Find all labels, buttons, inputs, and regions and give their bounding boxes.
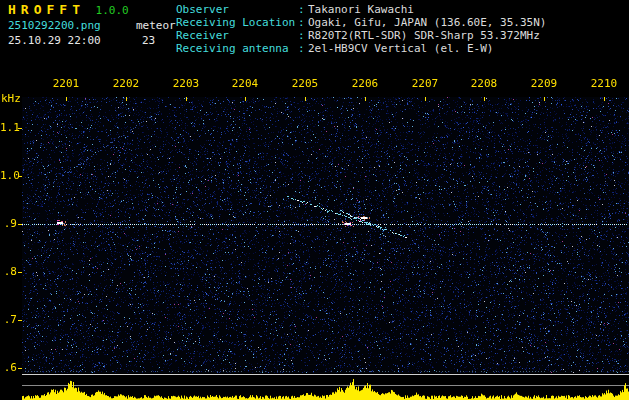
x-tick-label: 2209: [524, 77, 564, 90]
x-tick-label: 2201: [46, 77, 86, 90]
x-tick-label: 2206: [345, 77, 385, 90]
info-row-antenna: Receiving antenna : 2el-HB9CV Vertical (…: [176, 42, 546, 55]
x-tick-label: 2205: [285, 77, 325, 90]
y-tick-label: .8: [0, 265, 17, 278]
app-version: 1.0.0: [96, 4, 129, 17]
meteor-count: 23: [142, 34, 155, 47]
y-tick-label: .6: [0, 361, 17, 374]
info-colon: :: [298, 16, 308, 29]
x-tick-label: 2207: [405, 77, 445, 90]
output-filename: 2510292200.png: [8, 19, 126, 32]
x-tick-label: 2203: [166, 77, 206, 90]
x-tick-label: 2210: [584, 77, 624, 90]
info-colon: :: [298, 3, 308, 16]
y-axis-unit: kHz: [1, 92, 21, 105]
hrofft-output-image: HROFFT 1.0.0 2510292200.png meteor 25.10…: [0, 0, 629, 400]
header-bar: HROFFT 1.0.0 2510292200.png meteor 25.10…: [0, 0, 629, 55]
info-value: Ogaki, Gifu, JAPAN (136.60E, 35.35N): [308, 16, 546, 29]
y-tick-label: 1.0: [0, 169, 17, 182]
y-tick-label: 1.1: [0, 121, 17, 134]
app-title: HROFFT: [8, 2, 85, 17]
y-tick-label: .7: [0, 313, 17, 326]
observation-mode: meteor: [136, 19, 176, 32]
info-label: Receiver: [176, 29, 298, 42]
x-tick-label: 2202: [106, 77, 146, 90]
file-row: 2510292200.png meteor: [8, 19, 176, 32]
info-row-observer: Observer : Takanori Kawachi: [176, 3, 546, 16]
spectrogram-canvas: [0, 0, 629, 400]
station-info: Observer : Takanori Kawachi Receiving Lo…: [176, 0, 546, 55]
x-tick-label: 2204: [225, 77, 265, 90]
info-value: Takanori Kawachi: [308, 3, 414, 16]
info-value: 2el-HB9CV Vertical (el. E-W): [308, 42, 493, 55]
info-colon: :: [298, 42, 308, 55]
y-tick-label: .9: [0, 217, 17, 230]
x-tick-label: 2208: [464, 77, 504, 90]
observation-datetime: 25.10.29 22:00: [8, 34, 126, 47]
info-value: R820T2(RTL-SDR) SDR-Sharp 53.372MHz: [308, 29, 540, 42]
info-row-location: Receiving Location : Ogaki, Gifu, JAPAN …: [176, 16, 546, 29]
date-row: 25.10.29 22:00 23: [8, 34, 176, 47]
info-colon: :: [298, 29, 308, 42]
info-row-receiver: Receiver : R820T2(RTL-SDR) SDR-Sharp 53.…: [176, 29, 546, 42]
info-label: Receiving Location: [176, 16, 298, 29]
info-label: Observer: [176, 3, 298, 16]
info-label: Receiving antenna: [176, 42, 298, 55]
title-row: HROFFT 1.0.0: [8, 3, 176, 17]
title-block: HROFFT 1.0.0 2510292200.png meteor 25.10…: [0, 0, 176, 55]
